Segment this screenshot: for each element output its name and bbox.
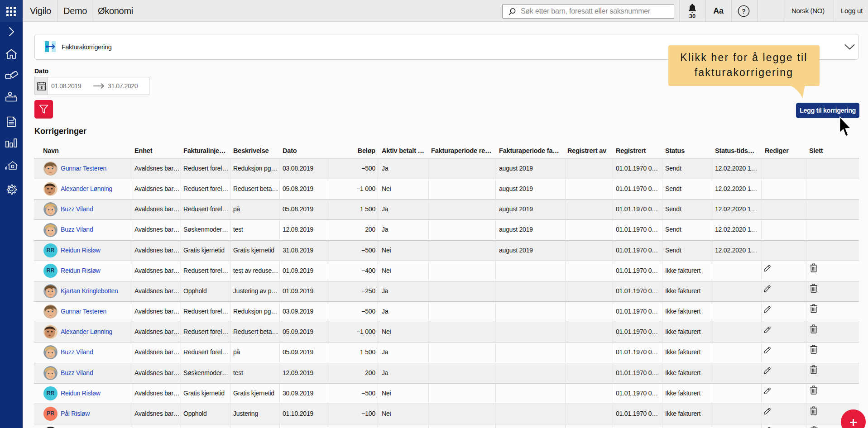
svg-text:?: ?	[742, 8, 746, 15]
